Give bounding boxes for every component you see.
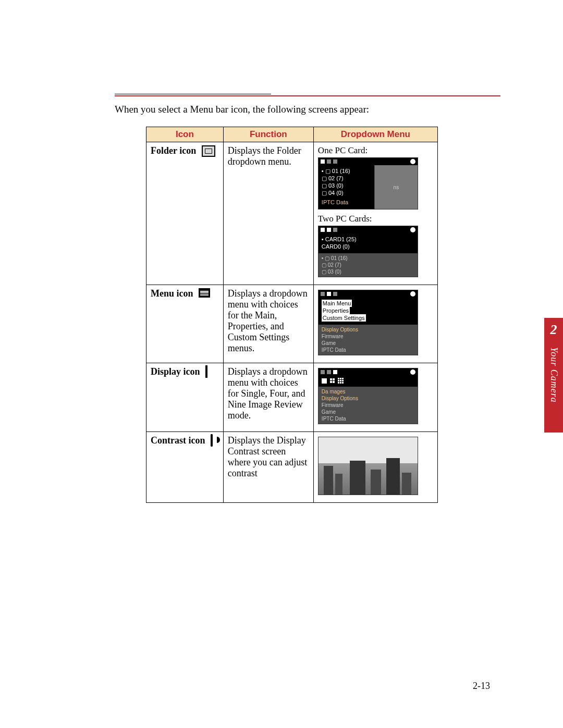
icon-function-table: Icon Function Dropdown Menu Folder icon … xyxy=(146,127,438,503)
chapter-tab: 2 Your Camera xyxy=(544,318,563,433)
contrast-function: Displays the Display Contrast screen whe… xyxy=(223,432,313,503)
contrast-icon xyxy=(211,435,213,446)
folder-dropdown-one-card: • ▢ 01 (16) ▢ 02 (7) ▢ 03 (0) ▢ 04 (0) I… xyxy=(318,157,418,209)
display-icon-label: Display icon xyxy=(151,366,200,377)
contrast-screen xyxy=(318,437,418,495)
rule-red xyxy=(115,95,500,96)
menu-dropdown: Main Menu Properties Custom Settings Dis… xyxy=(318,290,418,355)
menu-icon xyxy=(199,288,210,298)
table-row: Folder icon Displays the Folder dropdown… xyxy=(146,142,438,285)
folder-icon-label: Folder icon xyxy=(151,145,196,156)
table-row: Menu icon Displays a dropdown menu with … xyxy=(146,285,438,363)
folder-function: Displays the Folder dropdown menu. xyxy=(223,142,313,285)
table-row: Display icon Displays a dropdown menu wi… xyxy=(146,363,438,432)
folder-icon xyxy=(202,145,215,157)
table-row: Contrast icon Displays the Display Contr… xyxy=(146,432,438,503)
display-function: Displays a dropdown menu with choices fo… xyxy=(223,363,313,432)
th-icon: Icon xyxy=(146,127,224,142)
rule-short xyxy=(115,94,271,94)
contrast-icon-label: Contrast icon xyxy=(151,435,205,446)
menu-function: Displays a dropdown menu with choices fo… xyxy=(223,285,313,363)
intro-text: When you select a Menu bar icon, the fol… xyxy=(115,104,500,115)
one-pc-card-label: One PC Card: xyxy=(318,145,433,156)
chapter-title: Your Camera xyxy=(548,347,559,403)
header-rules xyxy=(115,94,500,96)
display-icon xyxy=(205,366,207,377)
th-function: Function xyxy=(223,127,313,142)
page: When you select a Menu bar icon, the fol… xyxy=(0,0,563,545)
th-dropdown: Dropdown Menu xyxy=(313,127,437,142)
chapter-number: 2 xyxy=(544,318,563,338)
two-pc-cards-label: Two PC Cards: xyxy=(318,214,433,224)
display-dropdown: Da mages Display Options Firmware Game I… xyxy=(318,368,418,424)
page-number: 2-13 xyxy=(473,681,490,692)
menu-icon-label: Menu icon xyxy=(151,288,193,299)
folder-dropdown-two-cards: • CARD1 (25) CARD0 (0) • ▢ 01 (16) ▢ 02 … xyxy=(318,226,418,277)
